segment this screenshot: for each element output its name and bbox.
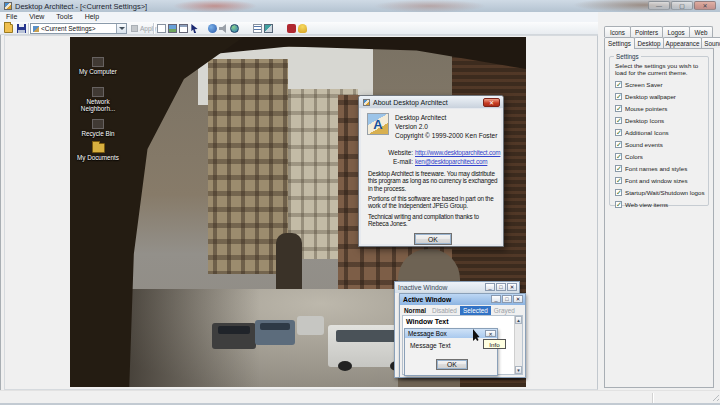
toolbar-group-settings bbox=[253, 24, 273, 33]
toolbar-group-media bbox=[208, 24, 239, 33]
close-button[interactable]: ✕ bbox=[694, 1, 716, 10]
menu-help[interactable]: Help bbox=[79, 12, 105, 22]
desktop-icon-my-computer: My Computer bbox=[70, 57, 126, 75]
message-box-close-button[interactable]: ✕ bbox=[485, 330, 496, 337]
settings-list-icon[interactable] bbox=[253, 24, 262, 33]
close-button[interactable]: ✕ bbox=[513, 295, 523, 303]
desktop-icon-network: Network Neighborh... bbox=[70, 87, 126, 112]
appearance-icon[interactable] bbox=[264, 24, 273, 33]
menu-file[interactable]: File bbox=[0, 12, 23, 22]
about-dialog[interactable]: About Desktop Architect ✕ A Desktop Arch… bbox=[358, 95, 504, 247]
checkbox-mouse-pointers[interactable]: Mouse pointers bbox=[615, 105, 705, 112]
checkbox-font-names-styles[interactable]: Font names and styles bbox=[615, 165, 705, 172]
checkbox-desktop-icons[interactable]: Desktop Icons bbox=[615, 117, 705, 124]
checkbox-box bbox=[615, 105, 622, 112]
maximize-button[interactable]: ▢ bbox=[671, 1, 693, 10]
logos-icon[interactable] bbox=[287, 24, 296, 33]
menu-disabled[interactable]: Disabled bbox=[429, 306, 460, 315]
settings-tab-page: Settings Select the settings you wish to… bbox=[604, 48, 714, 388]
checkbox-sound-events[interactable]: Sound events bbox=[615, 141, 705, 148]
wallpaper-icon[interactable] bbox=[168, 24, 177, 33]
groupbox-title: Settings bbox=[614, 53, 641, 60]
about-close-button[interactable]: ✕ bbox=[483, 98, 500, 107]
scroll-down-arrow[interactable]: ▼ bbox=[515, 366, 522, 374]
about-body: A Desktop Architect Version 2.0 Copyrigh… bbox=[361, 109, 501, 244]
tab-sounds[interactable]: Sounds bbox=[701, 37, 720, 48]
about-version: Version 2.0 bbox=[395, 123, 428, 130]
checkbox-box bbox=[615, 165, 622, 172]
minimize-button[interactable]: _ bbox=[485, 283, 495, 291]
icons-icon[interactable] bbox=[208, 24, 217, 33]
tab-appearance[interactable]: Appearance bbox=[663, 37, 702, 48]
menu-selected[interactable]: Selected bbox=[460, 306, 491, 315]
email-link[interactable]: ken@desktoparchitect.com bbox=[415, 158, 487, 165]
toolbar-group-extra bbox=[287, 24, 307, 33]
web-icon[interactable] bbox=[230, 24, 239, 33]
close-button[interactable]: ✕ bbox=[507, 283, 517, 291]
maximize-button[interactable]: □ bbox=[502, 295, 512, 303]
inactive-caption-buttons: _ □ ✕ bbox=[484, 283, 517, 291]
menu-grayed[interactable]: Grayed bbox=[491, 306, 518, 315]
settings-groupbox: Settings Select the settings you wish to… bbox=[609, 56, 709, 206]
pointers-icon[interactable] bbox=[190, 24, 199, 33]
photo-car-small-white bbox=[297, 316, 324, 335]
inactive-titlebar[interactable]: Inactive Window _ □ ✕ bbox=[395, 282, 519, 293]
message-box-titlebar[interactable]: Message Box bbox=[405, 329, 497, 338]
about-titlebar[interactable]: About Desktop Architect bbox=[359, 96, 503, 108]
about-website-row: Website: http://www.desktoparchitect.com bbox=[363, 149, 499, 156]
photo-car-blue bbox=[255, 320, 295, 345]
website-label: Website: bbox=[363, 149, 413, 156]
checkbox-box bbox=[615, 189, 622, 196]
menu-tools[interactable]: Tools bbox=[50, 12, 78, 22]
checkbox-startup-logos[interactable]: Startup/Wait/Shutdown logos bbox=[615, 189, 705, 196]
preview-scrollbar[interactable]: ▲ ▼ bbox=[514, 316, 522, 374]
window-icon[interactable] bbox=[179, 24, 188, 33]
tab-icons[interactable]: Icons bbox=[604, 26, 631, 37]
about-ok-button[interactable]: OK bbox=[414, 233, 452, 245]
checkbox-box bbox=[615, 93, 622, 100]
checkbox-font-window-sizes[interactable]: Font and window sizes bbox=[615, 177, 705, 184]
about-app-icon bbox=[363, 99, 370, 106]
about-app-name: Desktop Architect bbox=[395, 114, 446, 121]
tab-web[interactable]: Web bbox=[689, 26, 713, 37]
checkbox-web-view-items[interactable]: Web view items bbox=[615, 201, 705, 208]
tab-settings[interactable]: Settings bbox=[604, 37, 635, 49]
checkbox-additional-icons[interactable]: Additional Icons bbox=[615, 129, 705, 136]
about-jpeg-paragraph: Portions of this software are based in p… bbox=[368, 195, 498, 210]
settings-description: Select the settings you wish to load for… bbox=[615, 62, 705, 76]
combo-dropdown-arrow[interactable] bbox=[116, 24, 126, 33]
about-email-row: E-mail: ken@desktoparchitect.com bbox=[363, 158, 499, 165]
window-titlebar[interactable]: Desktop Architect - [<Current Settings>]… bbox=[0, 0, 720, 12]
menu-normal[interactable]: Normal bbox=[401, 306, 429, 315]
info-tooltip: Info bbox=[483, 339, 506, 349]
help-icon[interactable] bbox=[298, 24, 307, 33]
checkbox-box bbox=[615, 177, 622, 184]
tab-logos[interactable]: Logos bbox=[662, 26, 690, 37]
my-computer-icon bbox=[92, 57, 104, 67]
desktop-architect-logo: A bbox=[367, 113, 389, 135]
maximize-button[interactable]: □ bbox=[496, 283, 506, 291]
tab-desktop[interactable]: Desktop bbox=[634, 37, 664, 48]
about-title: About Desktop Architect bbox=[373, 99, 448, 106]
toolbar-separator bbox=[153, 23, 154, 34]
tab-pointers[interactable]: Pointers bbox=[630, 26, 663, 37]
open-theme-icon[interactable] bbox=[4, 24, 13, 33]
active-titlebar[interactable]: Active Window _ □ ✕ bbox=[400, 294, 525, 305]
checkbox-desktop-wallpaper[interactable]: Desktop wallpaper bbox=[615, 93, 705, 100]
save-theme-icon[interactable] bbox=[17, 24, 26, 33]
website-link[interactable]: http://www.desktoparchitect.com bbox=[415, 149, 500, 156]
menu-view[interactable]: View bbox=[23, 12, 50, 22]
message-box-ok-button[interactable]: OK bbox=[436, 359, 468, 370]
new-document-icon[interactable] bbox=[157, 24, 166, 33]
minimize-button[interactable]: — bbox=[648, 1, 670, 10]
checkbox-colors[interactable]: Colors bbox=[615, 153, 705, 160]
checkbox-screen-saver[interactable]: Screen Saver bbox=[615, 81, 705, 88]
scroll-up-arrow[interactable]: ▲ bbox=[515, 316, 522, 324]
message-box-preview[interactable]: Message Box ✕ Message Text OK bbox=[404, 328, 498, 376]
resize-grip[interactable] bbox=[710, 392, 719, 401]
minimize-button[interactable]: _ bbox=[491, 295, 501, 303]
photo-car-dark bbox=[212, 323, 256, 349]
status-bar-separator bbox=[652, 393, 653, 403]
theme-combo[interactable]: <Current Settings> bbox=[30, 23, 127, 34]
sounds-icon[interactable] bbox=[219, 24, 228, 33]
